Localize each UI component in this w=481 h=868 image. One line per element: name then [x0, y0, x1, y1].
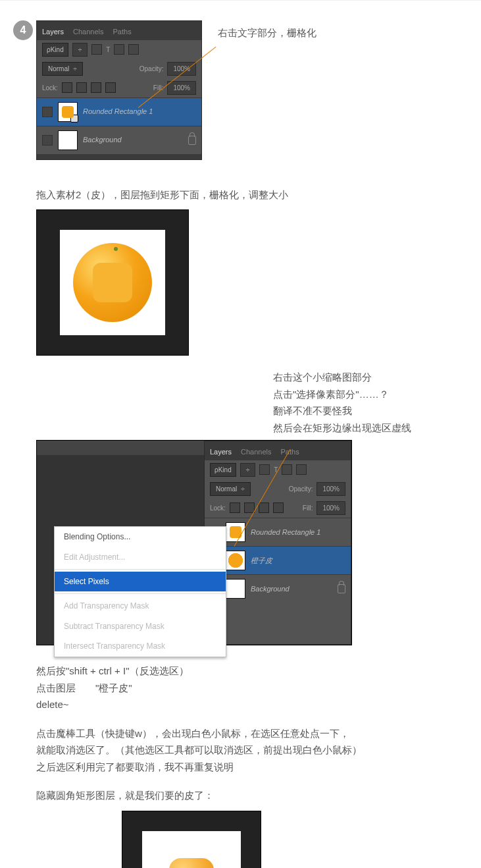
lock-transparent-icon[interactable]: [62, 82, 72, 93]
visibility-icon[interactable]: [42, 107, 53, 117]
instr3-l1: 点击魔棒工具（快捷键w），会出现白色小鼠标，在选区任意处点一下，: [36, 725, 481, 742]
lock-transparent-icon[interactable]: [230, 502, 240, 513]
annot2-line4: 然后会在矩形边缘出现选区虚线: [273, 420, 481, 437]
layer-rounded-rectangle[interactable]: Rounded Rectangle 1: [37, 97, 201, 126]
blend-mode-dropdown[interactable]: Normal ÷: [210, 482, 251, 496]
layer-background[interactable]: Background: [37, 126, 201, 154]
lock-label: Lock:: [42, 82, 58, 94]
lock-position-icon[interactable]: [91, 82, 101, 93]
menu-blending-options[interactable]: Blending Options...: [55, 527, 226, 547]
instruction-magic-wand: 点击魔棒工具（快捷键w），会出现白色小鼠标，在选区任意处点一下， 就能取消选区了…: [36, 725, 481, 776]
visibility-icon[interactable]: [42, 135, 53, 146]
opacity-value[interactable]: 100%: [316, 482, 345, 496]
lock-pixels-icon[interactable]: [76, 82, 87, 93]
filter-smart-icon[interactable]: [128, 44, 139, 55]
layer-orange-skin[interactable]: 橙子皮: [205, 546, 351, 574]
layer-thumbnail-target[interactable]: [226, 551, 245, 570]
lock-all-icon[interactable]: [273, 502, 284, 513]
filter-shape-icon[interactable]: [282, 464, 292, 475]
annotation-rasterize: 右击文字部分，栅格化: [218, 24, 316, 41]
layer-name: 橙子皮: [251, 555, 272, 567]
step-badge: 4: [13, 20, 33, 40]
filter-icon[interactable]: [259, 464, 270, 475]
filter-text-icon[interactable]: T: [106, 44, 110, 55]
instruction-invert-delete: 然后按"shift + ctrl + I"（反选选区） 点击图层 "橙子皮" d…: [36, 663, 481, 713]
filter-smart-icon[interactable]: [296, 464, 307, 475]
layer-thumbnail[interactable]: [58, 130, 78, 150]
kind-filter[interactable]: ρKind: [42, 43, 68, 57]
kind-dropdown[interactable]: ÷: [72, 43, 88, 57]
fill-label: Fill:: [303, 502, 313, 514]
instr2-l3: delete~: [36, 696, 481, 713]
layer-thumbnail[interactable]: [226, 579, 245, 599]
filter-shape-icon[interactable]: [114, 44, 124, 55]
opacity-label: Opacity:: [289, 483, 313, 495]
instr3-l3: 之后选区利用完了都要取消，我不再重复说明: [36, 759, 481, 776]
tab-layers[interactable]: Layers: [210, 444, 232, 460]
annot2-line2: 点击"选择像素部分"……？: [273, 386, 481, 403]
tab-paths[interactable]: Paths: [113, 24, 132, 40]
panel-tabs: Layers Channels Paths: [37, 21, 201, 40]
menu-add-transparency-mask: Add Transparency Mask: [55, 596, 226, 616]
annot2-line3: 翻译不准不要怪我: [273, 402, 481, 420]
annot2-line1: 右击这个小缩略图部分: [273, 369, 481, 386]
layers-panel-1: Layers Channels Paths ρKind ÷ T Normal ÷: [36, 20, 202, 160]
tab-layers[interactable]: Layers: [42, 24, 64, 40]
layer-background[interactable]: Background: [205, 574, 351, 603]
context-menu: Blending Options... Edit Adjustment... S…: [54, 526, 226, 657]
fill-value[interactable]: 100%: [167, 81, 196, 95]
canvas-result: [122, 811, 261, 868]
lock-label: Lock:: [210, 502, 226, 514]
lock-all-icon[interactable]: [105, 82, 116, 93]
lock-position-icon[interactable]: [259, 502, 269, 513]
instr2-l2: 点击图层 "橙子皮": [36, 680, 481, 697]
fill-value[interactable]: 100%: [316, 501, 345, 515]
kind-dropdown[interactable]: ÷: [240, 463, 256, 477]
menu-subtract-transparency-mask: Subtract Transparency Mask: [55, 616, 226, 636]
layer-name: Background: [83, 134, 122, 146]
lock-icon: [338, 584, 345, 593]
screenshot-select-pixels: Layers Channels Paths ρKind ÷ T Normal ÷…: [36, 440, 352, 645]
kind-filter[interactable]: ρKind: [210, 463, 236, 477]
instr2-l1: 然后按"shift + ctrl + I"（反选选区）: [36, 663, 481, 680]
instr3-l2: 就能取消选区了。（其他选区工具都可以取消选区，前提出现白色小鼠标）: [36, 742, 481, 759]
canvas-orange-square: [36, 209, 189, 356]
tab-paths[interactable]: Paths: [281, 444, 299, 460]
opacity-label: Opacity:: [139, 63, 164, 74]
blend-mode-dropdown[interactable]: Normal ÷: [42, 62, 83, 76]
layer-name: Background: [251, 583, 290, 595]
filter-icon[interactable]: [91, 44, 102, 55]
annotation-thumbnail-select: 右击这个小缩略图部分 点击"选择像素部分"……？ 翻译不准不要怪我 然后会在矩形…: [273, 369, 481, 436]
menu-intersect-transparency-mask: Intersect Transparency Mask: [55, 636, 226, 656]
instruction-drag-material: 拖入素材2（皮），图层拖到矩形下面，栅格化，调整大小: [36, 186, 481, 203]
layer-name: Rounded Rectangle 1: [251, 526, 320, 539]
menu-edit-adjustment: Edit Adjustment...: [55, 547, 226, 567]
tab-channels[interactable]: Channels: [73, 24, 103, 40]
layer-thumbnail[interactable]: [58, 102, 78, 122]
layer-rounded-rectangle[interactable]: Rounded Rectangle 1: [205, 518, 351, 546]
result-orange-skin: [169, 858, 214, 868]
instruction-hide-layer: 隐藏圆角矩形图层，就是我们要的皮了：: [36, 787, 481, 804]
layer-name[interactable]: Rounded Rectangle 1: [83, 105, 153, 118]
panel-tabs: Layers Channels Paths: [205, 441, 351, 460]
menu-select-pixels[interactable]: Select Pixels: [55, 572, 226, 591]
lock-icon: [188, 136, 196, 145]
tab-channels[interactable]: Channels: [241, 444, 271, 460]
